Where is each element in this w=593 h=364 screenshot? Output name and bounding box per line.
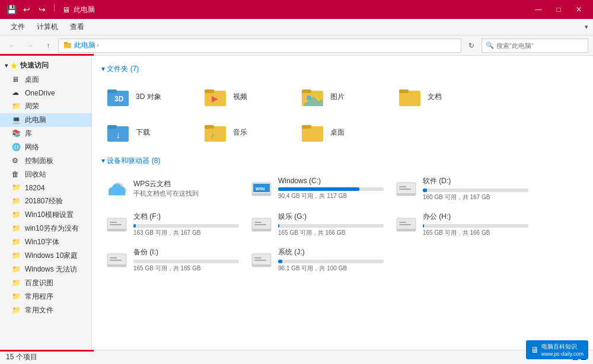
up-button[interactable]: ↑ — [40, 39, 56, 53]
folder-video-icon: ▶ — [203, 86, 227, 107]
search-input[interactable] — [496, 42, 579, 49]
folder-icon — [63, 40, 72, 49]
folder-item-music[interactable]: ♪ 音乐 — [199, 116, 294, 149]
close-button[interactable]: ✕ — [569, 4, 588, 15]
folder-label-downloads: 下载 — [136, 127, 150, 138]
window-controls: — □ ✕ — [529, 4, 588, 15]
drive-item-c[interactable]: WIN Windows (C:) 90.4 GB 可用，共 117 GB — [246, 172, 388, 205]
expand-ribbon-btn[interactable]: ▾ — [585, 23, 588, 31]
drive-c-info: Windows (C:) 90.4 GB 可用，共 117 GB — [278, 177, 384, 200]
folders-section-label: ▾ 文件夹 (7) — [101, 64, 139, 74]
svg-rect-21 — [302, 125, 311, 129]
menu-view[interactable]: 查看 — [64, 20, 90, 34]
window-title: 此电脑 — [74, 5, 95, 15]
folders-section-header[interactable]: ▾ 文件夹 (7) — [101, 64, 584, 74]
sidebar-item-win10-font[interactable]: 📁 Win10字体 — [0, 235, 91, 249]
control-panel-icon: ⚙ — [12, 157, 21, 166]
sidebar-item-library[interactable]: 📚 库 — [0, 127, 91, 141]
folder-label-documents: 文档 — [428, 92, 442, 102]
content-area: ▾ 文件夹 (7) 3D 3D 对象 ▶ 视频 — [92, 56, 593, 350]
address-bar: ← → ↑ 此电脑 › ↻ 🔍 — [0, 36, 593, 56]
drive-j-bar-fill — [278, 260, 282, 263]
wps-cloud-icon — [106, 178, 127, 199]
sidebar-item-onedrive[interactable]: ☁ OneDrive — [0, 87, 91, 100]
sidebar-item-win10-fail[interactable]: 📁 Windows 无法访 — [0, 263, 91, 276]
drive-item-j[interactable]: 系统 (J:) 96.1 GB 可用，共 100 GB — [246, 243, 388, 276]
sidebar-item-201807[interactable]: 📁 201807经验 — [0, 194, 91, 208]
drive-item-i[interactable]: 备份 (I:) 165 GB 可用，共 165 GB — [101, 243, 244, 276]
back-button[interactable]: ← — [5, 39, 20, 53]
drive-g-icon — [251, 213, 272, 235]
sidebar-section-label: 快速访问 — [20, 60, 49, 71]
folder-icon-16: 📁 — [12, 292, 21, 302]
menu-computer[interactable]: 计算机 — [31, 20, 64, 34]
svg-rect-13 — [399, 90, 409, 93]
drive-f-space: 163 GB 可用，共 167 GB — [133, 229, 239, 237]
refresh-button[interactable]: ↻ — [464, 39, 479, 53]
svg-rect-6 — [205, 90, 214, 93]
svg-rect-40 — [110, 222, 117, 223]
redo-quick-btn[interactable]: ↪ — [36, 3, 49, 16]
folder-music-icon: ♪ — [203, 122, 227, 143]
folder-item-pictures[interactable]: 图片 — [296, 80, 391, 113]
svg-rect-57 — [254, 260, 266, 261]
sidebar-item-18204[interactable]: 📁 18204 — [0, 181, 91, 194]
folder-icon-13: 📁 — [12, 251, 21, 261]
drive-item-d[interactable]: 软件 (D:) 160 GB 可用，共 167 GB — [391, 172, 533, 205]
drive-f-icon — [106, 213, 127, 235]
drive-f-bar-fill — [133, 224, 136, 228]
menu-file[interactable]: 文件 — [5, 20, 31, 34]
svg-rect-56 — [254, 257, 262, 258]
address-path[interactable]: 此电脑 › — [58, 39, 461, 53]
sidebar-item-baidu[interactable]: 📁 百度识图 — [0, 276, 91, 290]
folder-label-desktop: 桌面 — [330, 127, 345, 138]
drive-item-f[interactable]: 文档 (F:) 163 GB 可用，共 167 GB — [101, 207, 244, 241]
sidebar-item-this-computer[interactable]: 💻 此电脑 — [0, 113, 91, 127]
svg-text:♪: ♪ — [211, 130, 215, 140]
drive-item-wps[interactable]: WPS云文档 手机文档也可在这找到 — [101, 172, 244, 205]
search-box[interactable]: 🔍 — [482, 39, 588, 53]
folder-icon-17: 📁 — [12, 306, 21, 315]
folder-icon-15: 📁 — [12, 279, 21, 288]
drive-f-bar-bg — [133, 224, 239, 228]
folder-item-3d[interactable]: 3D 3D 对象 — [101, 80, 196, 113]
maximize-button[interactable]: □ — [549, 4, 568, 15]
status-bar: 15 个项目 ⊞ ☰ — [0, 350, 593, 364]
sidebar-item-win10-home[interactable]: 📁 Windows 10家庭 — [0, 249, 91, 263]
drive-item-g[interactable]: 娱乐 (G:) 165 GB 可用，共 166 GB — [246, 207, 388, 241]
sidebar-section-quick-access[interactable]: ▾ ★ 快速访问 — [0, 58, 91, 73]
save-quick-btn[interactable]: 💾 — [5, 3, 18, 16]
folder-item-desktop-folder[interactable]: 桌面 — [296, 116, 391, 149]
star-icon: ★ — [10, 61, 18, 71]
sidebar-item-control-panel[interactable]: ⚙ 控制面板 — [0, 154, 91, 168]
folder-3d-icon: 3D — [106, 86, 130, 107]
drive-g-bar-bg — [278, 224, 384, 228]
drive-d-space: 160 GB 可用，共 167 GB — [423, 193, 528, 202]
sidebar-item-win10-blur[interactable]: 📁 Win10模糊设置 — [0, 208, 91, 222]
folder-item-video[interactable]: ▶ 视频 — [199, 80, 294, 113]
drive-h-icon — [396, 213, 417, 235]
sidebar-item-win10-saveas[interactable]: 📁 win10另存为没有 — [0, 222, 91, 235]
svg-rect-49 — [399, 224, 411, 225]
folder-item-downloads[interactable]: ↓ 下载 — [101, 116, 196, 149]
drive-item-h[interactable]: 办公 (H:) 165 GB 可用，共 166 GB — [391, 207, 533, 241]
folder-label-music: 音乐 — [233, 127, 247, 138]
undo-quick-btn[interactable]: ↩ — [20, 3, 33, 16]
sidebar-item-network[interactable]: 🌐 网络 — [0, 141, 91, 154]
breadcrumb-this-computer[interactable]: 此电脑 — [74, 40, 95, 50]
watermark-icon: 🖥 — [531, 345, 539, 355]
svg-text:3D: 3D — [114, 95, 124, 103]
folder-label-pictures: 图片 — [330, 92, 345, 102]
sidebar-item-zr[interactable]: 📁 周荣 — [0, 100, 91, 113]
drive-c-bar-bg — [278, 187, 384, 191]
drives-section-header[interactable]: ▾ 设备和驱动器 (8) — [101, 156, 584, 166]
sidebar-item-common-programs[interactable]: 📁 常用程序 — [0, 290, 91, 304]
sidebar-item-recycle[interactable]: 🗑 回收站 — [0, 168, 91, 181]
svg-rect-55 — [252, 264, 271, 267]
sidebar-item-desktop[interactable]: 🖥 桌面 — [0, 73, 91, 87]
sidebar-item-common-files[interactable]: 📁 常用文件 — [0, 304, 91, 317]
forward-button[interactable]: → — [23, 39, 38, 53]
svg-rect-9 — [302, 90, 311, 93]
minimize-button[interactable]: — — [529, 4, 548, 15]
folder-item-documents[interactable]: 文档 — [393, 80, 488, 113]
